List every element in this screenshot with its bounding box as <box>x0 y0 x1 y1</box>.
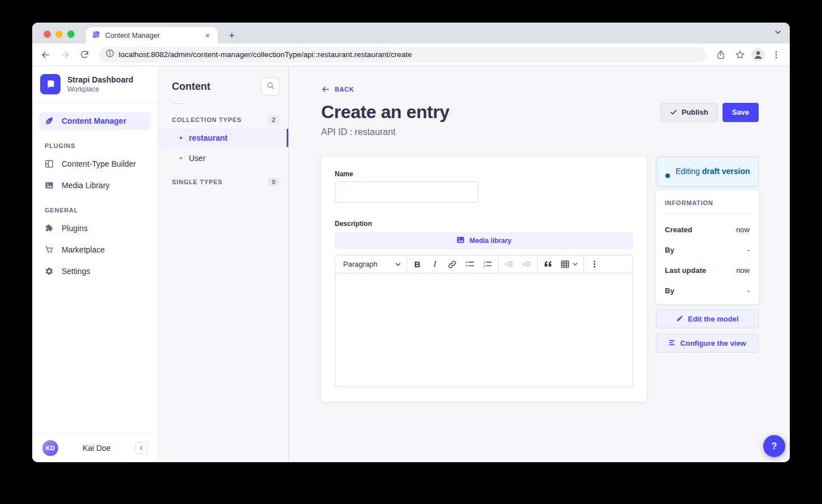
close-window-button[interactable] <box>44 31 51 38</box>
name-input[interactable] <box>335 181 478 203</box>
toolbar-separator <box>498 255 499 273</box>
name-field-label: Name <box>335 170 633 178</box>
more-options-icon[interactable] <box>586 257 603 272</box>
subnav-item-user[interactable]: User <box>158 149 288 167</box>
toolbar-separator <box>537 255 538 273</box>
sidebar-footer: KD Kai Doe <box>32 433 158 462</box>
strapi-logo-icon <box>40 74 60 94</box>
search-icon <box>266 81 275 92</box>
info-row-created: Created now <box>665 225 750 234</box>
site-info-icon[interactable] <box>106 49 114 60</box>
toolbar-separator <box>406 255 407 273</box>
italic-button[interactable]: I <box>426 257 444 272</box>
group-label: COLLECTION TYPES <box>172 116 241 123</box>
sidebar-item-plugins[interactable]: Plugins <box>39 219 151 237</box>
sidebar-item-label: Marketplace <box>62 245 105 254</box>
gear-icon <box>45 267 54 276</box>
bold-button[interactable]: B <box>409 257 426 272</box>
browser-menu-icon[interactable] <box>768 47 784 63</box>
tab-title: Content Manager <box>105 32 198 40</box>
brand-text: Strapi Dashboard Workplace <box>67 75 133 93</box>
sidebar-item-settings[interactable]: Settings <box>39 262 151 280</box>
pen-icon <box>45 116 54 125</box>
subnav-item-label: User <box>189 154 206 163</box>
quote-icon[interactable] <box>539 257 557 272</box>
close-tab-icon[interactable]: × <box>203 31 212 40</box>
media-library-icon <box>456 236 465 246</box>
header-actions: Publish Save <box>660 103 759 122</box>
forward-nav-icon[interactable] <box>57 47 73 63</box>
block-type-value: Paragraph <box>343 260 378 268</box>
new-tab-button[interactable]: + <box>224 28 239 43</box>
sidebar-item-label: Content Manager <box>62 116 126 125</box>
draft-status-text: Editing draft version <box>676 166 750 178</box>
help-button[interactable]: ? <box>763 435 785 457</box>
minimize-window-button[interactable] <box>55 31 63 38</box>
table-icon[interactable] <box>557 257 582 272</box>
back-nav-icon[interactable] <box>38 47 54 63</box>
search-button[interactable] <box>261 77 279 95</box>
url-text: localhost:8082/admin/content-manager/col… <box>119 50 412 59</box>
strapi-app: Strapi Dashboard Workplace Content Manag… <box>32 66 790 462</box>
sidebar-item-media-library[interactable]: Media Library <box>39 176 151 194</box>
block-type-select[interactable]: Paragraph <box>336 255 405 273</box>
sidebar-item-content-manager[interactable]: Content Manager <box>39 112 151 130</box>
single-types-header: SINGLE TYPES 0 <box>158 170 288 191</box>
link-icon[interactable] <box>444 257 461 272</box>
sidebar-nav: Content Manager PLUGINS Content-Type Bui… <box>32 103 158 280</box>
save-button[interactable]: Save <box>723 103 759 122</box>
edit-model-label: Edit the model <box>688 315 739 323</box>
information-card: INFORMATION Created now By - Last update <box>656 190 759 304</box>
sidebar-item-label: Settings <box>62 267 90 276</box>
numbered-list-icon[interactable]: 12 <box>479 257 496 272</box>
description-field-label: Description <box>335 220 633 228</box>
sidebar-item-label: Plugins <box>62 224 88 233</box>
publish-button[interactable]: Publish <box>660 103 718 122</box>
main-content: BACK Create an entry Publish Save API ID… <box>289 66 790 462</box>
chevron-down-icon <box>395 261 401 268</box>
collapse-sidebar-button[interactable] <box>135 442 148 454</box>
tab-overflow-chevron-icon[interactable] <box>774 28 782 38</box>
page-title: Create an entry <box>321 102 449 123</box>
content-subnav: Content COLLECTION TYPES 2 restaurant Us… <box>158 66 289 462</box>
cart-icon <box>45 245 54 254</box>
browser-tab[interactable]: Content Manager × <box>86 27 218 44</box>
bulleted-list-icon[interactable] <box>461 257 479 272</box>
info-row-updated-by: By - <box>665 286 750 295</box>
user-name: Kai Doe <box>58 444 135 453</box>
bookmark-star-icon[interactable] <box>732 47 748 63</box>
configure-view-button[interactable]: Configure the view <box>656 334 759 353</box>
outdent-icon[interactable] <box>518 257 535 272</box>
configure-icon <box>668 339 676 348</box>
main-sidebar: Strapi Dashboard Workplace Content Manag… <box>32 66 158 462</box>
url-field[interactable]: localhost:8082/admin/content-manager/col… <box>99 47 706 63</box>
publish-label: Publish <box>682 108 708 116</box>
back-link[interactable]: BACK <box>321 85 354 94</box>
sidebar-section-plugins: PLUGINS <box>39 133 151 155</box>
collection-types-header: COLLECTION TYPES 2 <box>158 107 288 129</box>
sidebar-item-content-type-builder[interactable]: Content-Type Builder <box>39 155 151 173</box>
sidebar-section-general: GENERAL <box>39 198 151 219</box>
reload-icon[interactable] <box>76 47 92 63</box>
user-avatar[interactable]: KD <box>42 440 58 456</box>
bullet-icon <box>180 137 182 139</box>
editor-toolbar: Paragraph B I <box>335 255 633 273</box>
subnav-item-restaurant[interactable]: restaurant <box>158 129 288 147</box>
layout-icon <box>45 159 54 168</box>
share-icon[interactable] <box>713 47 729 63</box>
media-library-button[interactable]: Media library <box>335 232 633 249</box>
info-row-last-update: Last update now <box>665 266 750 275</box>
toolbar-separator <box>583 255 584 273</box>
indent-icon[interactable] <box>500 257 518 272</box>
api-id-subtitle: API ID : restaurant <box>321 127 759 137</box>
sidebar-item-marketplace[interactable]: Marketplace <box>39 241 151 259</box>
edit-model-button[interactable]: Edit the model <box>656 310 759 328</box>
check-icon <box>670 108 677 116</box>
fullscreen-window-button[interactable] <box>67 31 75 38</box>
configure-view-label: Configure the view <box>680 339 746 347</box>
subnav-title: Content <box>172 81 210 93</box>
workspace-brand[interactable]: Strapi Dashboard Workplace <box>32 66 158 102</box>
browser-profile-avatar[interactable] <box>751 48 765 62</box>
description-editor-area[interactable] <box>335 273 633 386</box>
entry-aside: Editing draft version INFORMATION Create… <box>656 157 759 402</box>
